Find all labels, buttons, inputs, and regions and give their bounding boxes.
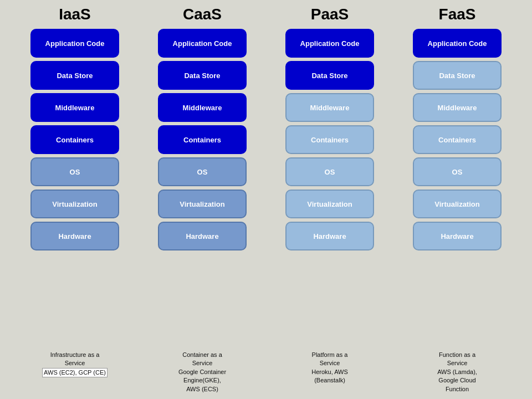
column-title-faas: FaaS [439,6,476,23]
footer-paas: Platform as aServiceHeroku, AWS(Beanstal… [272,351,388,393]
footer-iaas: Infrastructure as aServiceAWS (EC2), GCP… [17,351,133,393]
tile-iaas-5: Virtualization [30,190,119,218]
tile-iaas-2: Middleware [30,93,119,122]
tile-faas-4: OS [413,157,502,186]
stack-caas: Application CodeData StoreMiddlewareCont… [144,29,260,250]
highlight-iaas: AWS (EC2), GCP (CE) [42,368,108,377]
tile-faas-1: Data Store [413,61,502,90]
stack-paas: Application CodeData StoreMiddlewareCont… [272,29,388,250]
tile-caas-4: OS [158,157,247,186]
tile-paas-0: Application Code [285,29,374,58]
stack-faas: Application CodeData StoreMiddlewareCont… [399,29,515,250]
tile-faas-6: Hardware [413,222,502,250]
tile-caas-0: Application Code [158,29,247,58]
tile-iaas-4: OS [30,157,119,186]
stack-iaas: Application CodeData StoreMiddlewareCont… [17,29,133,250]
tile-caas-3: Containers [158,125,247,154]
tile-iaas-3: Containers [30,125,119,154]
tile-paas-6: Hardware [285,222,374,250]
tile-caas-1: Data Store [158,61,247,90]
column-caas: CaaSApplication CodeData StoreMiddleware… [144,6,260,250]
tile-paas-3: Containers [285,125,374,154]
tile-paas-2: Middleware [285,93,374,122]
tile-iaas-6: Hardware [30,222,119,250]
tile-caas-2: Middleware [158,93,247,122]
tile-paas-1: Data Store [285,61,374,90]
tile-paas-5: Virtualization [285,190,374,218]
column-title-paas: PaaS [311,6,349,23]
tile-caas-6: Hardware [158,222,247,250]
column-paas: PaaSApplication CodeData StoreMiddleware… [272,6,388,250]
tile-faas-0: Application Code [413,29,502,58]
tile-paas-4: OS [285,157,374,186]
tile-caas-5: Virtualization [158,190,247,218]
tile-iaas-1: Data Store [30,61,119,90]
tile-faas-3: Containers [413,125,502,154]
footer-faas: Function as aServiceAWS (Lamda),Google C… [399,351,515,393]
column-title-iaas: IaaS [59,6,91,23]
footer-caas: Container as aServiceGoogle ContainerEng… [144,351,260,393]
column-title-caas: CaaS [183,6,222,23]
tile-faas-5: Virtualization [413,190,502,218]
tile-faas-2: Middleware [413,93,502,122]
footers-row: Infrastructure as aServiceAWS (EC2), GCP… [11,347,521,393]
column-iaas: IaaSApplication CodeData StoreMiddleware… [17,6,133,250]
tile-iaas-0: Application Code [30,29,119,58]
columns-wrapper: IaaSApplication CodeData StoreMiddleware… [11,6,521,346]
main-container: IaaSApplication CodeData StoreMiddleware… [0,0,532,399]
column-faas: FaaSApplication CodeData StoreMiddleware… [399,6,515,250]
